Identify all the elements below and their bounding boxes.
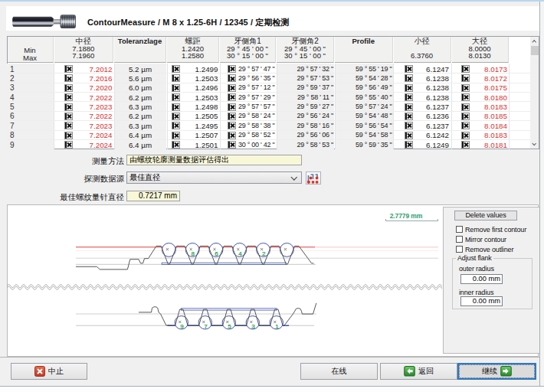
svg-text:6: 6 bbox=[215, 250, 218, 256]
svg-text:3: 3 bbox=[251, 322, 255, 329]
svg-text:9: 9 bbox=[180, 322, 184, 329]
svg-text:8: 8 bbox=[192, 250, 195, 256]
svg-text:5: 5 bbox=[228, 322, 231, 329]
svg-text:1: 1 bbox=[275, 322, 279, 329]
svg-text:4: 4 bbox=[238, 250, 242, 256]
svg-text:2: 2 bbox=[262, 250, 266, 256]
svg-text:7: 7 bbox=[204, 322, 208, 329]
